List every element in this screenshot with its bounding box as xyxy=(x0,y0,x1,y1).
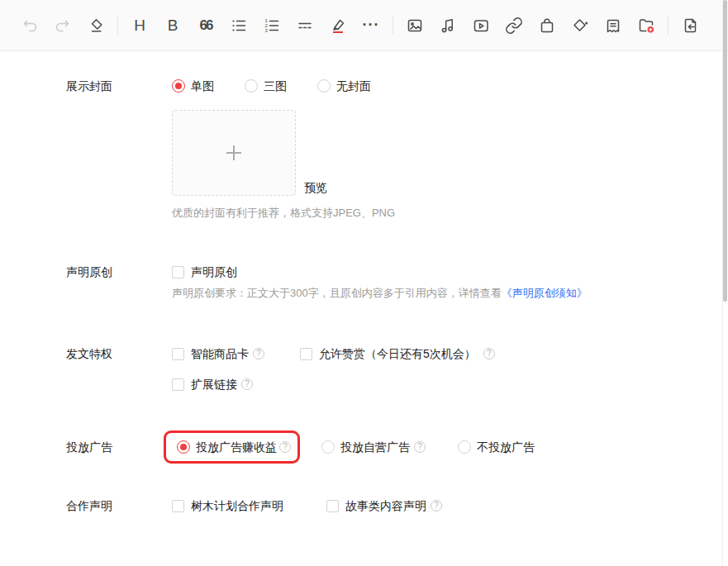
ads-options: 投放广告赚收益 ? 投放自营广告 ? 不投放广告 xyxy=(164,430,535,464)
cover-option-three[interactable]: 三图 xyxy=(245,78,287,94)
ads-option-no-ads[interactable]: 不投放广告 xyxy=(458,439,535,455)
cover-option-three-label: 三图 xyxy=(264,78,287,94)
cover-hint: 优质的封面有利于推荐，格式支持JPEG、PNG xyxy=(172,207,395,220)
ads-option-earn-revenue-label: 投放广告赚收益 xyxy=(196,439,277,455)
svg-text:3: 3 xyxy=(265,27,269,32)
cover-section-label: 展示封面 xyxy=(66,78,112,94)
help-icon[interactable]: ? xyxy=(483,348,495,359)
cover-upload-box[interactable] xyxy=(172,110,296,196)
ads-option-self-operated-label: 投放自营广告 xyxy=(340,439,410,455)
privileges-section-row: 发文特权 智能商品卡 ? 允许赞赏（今日还有5次机会） ? xyxy=(0,345,719,362)
ads-option-no-ads-label: 不投放广告 xyxy=(477,439,535,455)
cover-option-single-label: 单图 xyxy=(191,78,214,94)
insert-material-add-icon[interactable] xyxy=(630,0,663,51)
radio-checked-icon[interactable] xyxy=(177,440,190,454)
privileges-section-label: 发文特权 xyxy=(66,345,112,362)
checkbox-icon[interactable] xyxy=(172,500,184,512)
help-icon[interactable]: ? xyxy=(241,378,253,390)
undo-icon[interactable] xyxy=(13,0,46,51)
insert-card-icon[interactable] xyxy=(597,0,630,51)
checkbox-icon[interactable] xyxy=(172,348,184,360)
editor-settings-page: H B 66 123 ··· xyxy=(0,0,728,566)
eraser-icon[interactable] xyxy=(79,0,112,51)
cooperation-story-content[interactable]: 故事类内容声明 ? xyxy=(326,497,442,514)
ads-option-self-operated[interactable]: 投放自营广告 ? xyxy=(321,439,426,455)
bold-glyph: B xyxy=(168,17,178,33)
cooperation-tree-plan-label: 树木计划合作声明 xyxy=(191,497,283,514)
scrollbar-track[interactable] xyxy=(722,0,728,566)
privilege-smart-product-card[interactable]: 智能商品卡 ? xyxy=(172,345,264,362)
original-hint: 声明原创要求：正文大于300字，且原创内容多于引用内容，详情查看《声明原创须知》 xyxy=(172,287,588,300)
privileges-row1: 智能商品卡 ? 允许赞赏（今日还有5次机会） ? xyxy=(172,345,495,362)
original-hint-text: 声明原创要求：正文大于300字，且原创内容多于引用内容，详情查看 xyxy=(172,287,502,299)
insert-product-icon[interactable] xyxy=(531,0,564,51)
highlighter-icon[interactable] xyxy=(321,0,354,51)
cooperation-options: 树木计划合作声明 故事类内容声明 ? xyxy=(172,497,442,514)
ads-section-row: 投放广告 投放广告赚收益 ? 投放自营广告 ? 不投放广告 xyxy=(0,430,719,464)
cooperation-tree-plan[interactable]: 树木计划合作声明 xyxy=(172,497,283,514)
radio-icon[interactable] xyxy=(458,440,471,454)
insert-video-icon[interactable] xyxy=(464,0,497,51)
redo-icon[interactable] xyxy=(46,0,79,51)
cover-option-none[interactable]: 无封面 xyxy=(317,78,371,94)
bulleted-list-icon[interactable] xyxy=(222,0,255,51)
cooperation-story-content-label: 故事类内容声明 xyxy=(345,497,426,514)
original-checkbox-label: 声明原创 xyxy=(191,264,237,280)
scrollbar-thumb[interactable] xyxy=(723,0,727,302)
privilege-extended-link[interactable]: 扩展链接 ? xyxy=(172,376,253,392)
quote-glyph: 66 xyxy=(200,17,212,34)
cover-option-none-label: 无封面 xyxy=(336,78,371,94)
blockquote-button[interactable]: 66 xyxy=(189,0,222,51)
checkbox-icon[interactable] xyxy=(172,378,184,391)
original-notice-link[interactable]: 《声明原创须知》 xyxy=(502,287,588,299)
insert-image-icon[interactable] xyxy=(398,0,431,51)
help-icon[interactable]: ? xyxy=(253,348,264,359)
toolbar-divider xyxy=(117,17,118,35)
editor-toolbar: H B 66 123 ··· xyxy=(0,0,728,51)
more-glyph: ··· xyxy=(363,17,380,34)
cooperation-section-row: 合作声明 树木计划合作声明 故事类内容声明 ? xyxy=(0,497,719,514)
heading-button[interactable]: H xyxy=(123,0,156,51)
privilege-extended-link-label: 扩展链接 xyxy=(191,376,237,392)
numbered-list-icon[interactable]: 123 xyxy=(255,0,288,51)
cover-section-row: 展示封面 单图 三图 无封面 xyxy=(0,78,719,94)
heading-glyph: H xyxy=(134,17,145,33)
original-controls: 声明原创 xyxy=(172,264,237,280)
radio-icon[interactable] xyxy=(317,79,331,93)
ads-section-label: 投放广告 xyxy=(66,439,112,455)
original-checkbox-option[interactable]: 声明原创 xyxy=(172,264,237,280)
divider-line-icon[interactable] xyxy=(288,0,321,51)
ads-option-earn-revenue[interactable]: 投放广告赚收益 ? xyxy=(164,430,300,464)
insert-link-icon[interactable] xyxy=(497,0,531,51)
help-icon[interactable]: ? xyxy=(431,500,442,511)
cover-options: 单图 三图 无封面 xyxy=(172,78,371,94)
insert-audio-icon[interactable] xyxy=(431,0,464,51)
radio-icon[interactable] xyxy=(321,440,335,454)
privilege-allow-reward-label: 允许赞赏（今日还有5次机会） xyxy=(319,345,476,362)
original-section-row: 声明原创 声明原创 xyxy=(0,264,719,280)
privileges-row2: 扩展链接 ? xyxy=(172,376,253,392)
privilege-allow-reward[interactable]: 允许赞赏（今日还有5次机会） ? xyxy=(300,345,495,362)
insert-mini-app-icon[interactable] xyxy=(564,0,597,51)
plus-icon xyxy=(226,145,241,160)
privilege-smart-product-card-label: 智能商品卡 xyxy=(191,345,249,362)
toolbar-divider xyxy=(393,17,393,35)
checkbox-icon[interactable] xyxy=(300,348,312,360)
export-document-icon[interactable] xyxy=(673,0,707,51)
help-icon[interactable]: ? xyxy=(279,441,291,453)
radio-icon[interactable] xyxy=(245,79,258,93)
toolbar-divider xyxy=(668,17,669,35)
preview-label[interactable]: 预览 xyxy=(304,180,327,195)
original-section-label: 声明原创 xyxy=(66,264,112,280)
more-icon[interactable]: ··· xyxy=(354,0,388,51)
help-icon[interactable]: ? xyxy=(414,441,426,453)
checkbox-icon[interactable] xyxy=(172,266,184,278)
privileges-row2-wrap: 扩展链接 ? xyxy=(0,376,719,392)
checkbox-icon[interactable] xyxy=(326,500,339,512)
radio-checked-icon[interactable] xyxy=(172,79,185,93)
cover-option-single[interactable]: 单图 xyxy=(172,78,214,94)
cooperation-section-label: 合作声明 xyxy=(66,497,112,514)
bold-button[interactable]: B xyxy=(156,0,189,51)
